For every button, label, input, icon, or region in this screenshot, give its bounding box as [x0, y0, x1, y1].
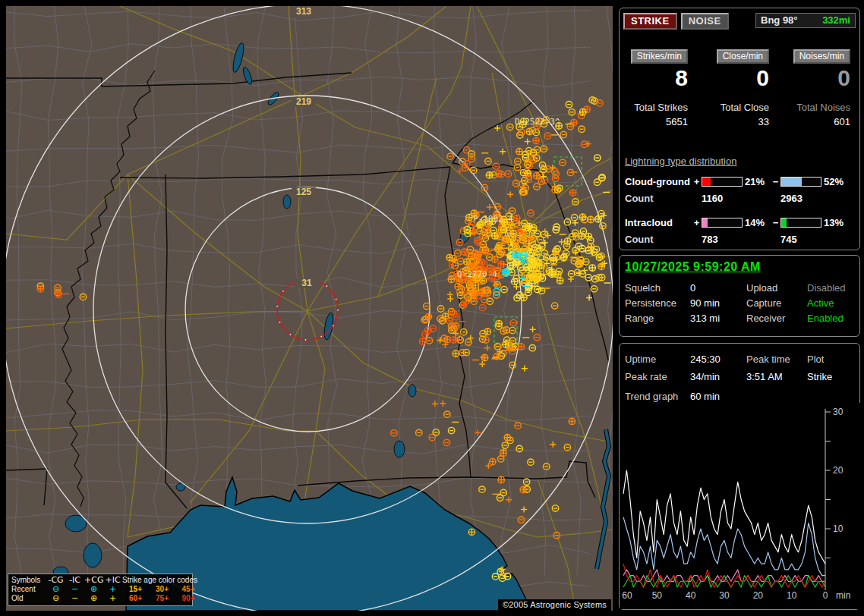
noises-per-min-button[interactable]: Noises/min — [793, 49, 850, 64]
strike-stats-box: STRIKE NOISE Bng 98° 332mi Strikes/min 8… — [619, 8, 860, 250]
minus-sign: − — [771, 176, 780, 187]
copyright-credit: ©2005 Astrogenic Systems — [498, 599, 611, 611]
legend-header-symbols: Symbols — [11, 576, 46, 585]
peak-time-label: Peak time — [746, 350, 807, 368]
svg-text:min: min — [836, 590, 850, 601]
age-code-15: 15+ — [122, 585, 149, 594]
map-legend: Symbols -CG -IC +CG +IC Strike age color… — [8, 574, 193, 606]
lightning-map[interactable]: 31321912531D-2522-3^P-1082-4Q-2770-4 Sym… — [6, 6, 613, 611]
trend-graph: 1020306050403020100min — [620, 403, 860, 609]
persistence-value: 90 min — [690, 296, 746, 311]
age-code-60: 60+ — [122, 594, 149, 603]
strikes-per-min-value: 8 — [620, 66, 688, 90]
age-code-45: 45+ — [175, 585, 201, 594]
svg-text:60: 60 — [622, 590, 632, 601]
map-canvas[interactable]: 31321912531D-2522-3^P-1082-4Q-2770-4 — [6, 6, 613, 611]
receiver-label: Receiver — [746, 311, 807, 326]
svg-text:219: 219 — [296, 96, 311, 107]
cloud-ground-count-row: Count 1160 2963 — [625, 193, 854, 204]
circle-plus-icon: ⊕ — [84, 594, 103, 603]
uptime-label: Uptime — [625, 350, 690, 368]
cloud-ground-label: Cloud-ground — [625, 176, 692, 187]
intracloud-label: Intracloud — [625, 217, 692, 228]
ic-minus-bar — [780, 218, 821, 228]
noises-per-min-value: 0 — [774, 66, 850, 90]
close-per-min-value: 0 — [693, 66, 769, 90]
status-box: 10/27/2025 9:59:20 AM Squelch 0 Upload D… — [619, 255, 860, 337]
squelch-label: Squelch — [625, 281, 690, 296]
ic-plus-bar-fill — [702, 218, 708, 227]
svg-text:0: 0 — [823, 590, 828, 601]
strike-mode-button[interactable]: STRIKE — [623, 13, 677, 30]
legend-row-old-label: Old — [11, 594, 46, 603]
ic-minus-percent: 13% — [821, 217, 847, 228]
close-per-min-button[interactable]: Close/min — [717, 49, 769, 64]
svg-text:20: 20 — [833, 465, 844, 476]
minus-icon: − — [65, 594, 84, 603]
cg-plus-bar — [702, 177, 743, 187]
plus-sign: + — [692, 176, 702, 187]
noise-mode-button[interactable]: NOISE — [681, 13, 729, 30]
ic-plus-count: 783 — [702, 234, 780, 245]
svg-text:313: 313 — [296, 6, 311, 17]
app-window: 31321912531D-2522-3^P-1082-4Q-2770-4 Sym… — [0, 0, 864, 616]
cg-minus-bar-fill — [781, 178, 802, 186]
range-label: Range — [625, 311, 690, 326]
svg-text:30: 30 — [719, 590, 730, 601]
total-strikes-label: Total Strikes — [620, 102, 688, 113]
peak-rate-value: 34/min — [690, 368, 746, 385]
trend-graph-label: Trend graph — [625, 391, 690, 402]
cg-minus-percent: 52% — [821, 176, 847, 187]
svg-text:31: 31 — [301, 278, 312, 288]
peak-rate-label: Peak rate — [625, 368, 690, 385]
age-code-75: 75+ — [149, 594, 175, 603]
minus-sign: − — [771, 217, 780, 228]
count-label: Count — [625, 234, 702, 245]
plot-value: Strike — [807, 368, 859, 385]
uptime-grid: Uptime 245:30 Peak time Plot Peak rate 3… — [625, 350, 859, 385]
upload-label: Upload — [746, 281, 807, 296]
total-strikes-value: 5651 — [620, 116, 688, 127]
ic-plus-percent: 14% — [743, 217, 771, 228]
strikes-per-min-button[interactable]: Strikes/min — [631, 49, 688, 64]
bearing-distance: 332mi — [822, 14, 850, 26]
persistence-label: Persistence — [625, 296, 690, 311]
cg-plus-percent: 21% — [743, 176, 771, 187]
svg-text:10: 10 — [833, 523, 844, 534]
rate-col-noises: Noises/min 0 Total Noises 601 — [774, 49, 856, 127]
svg-text:10: 10 — [787, 590, 797, 601]
plot-label: Plot — [807, 350, 859, 368]
cg-minus-count: 2963 — [780, 193, 854, 204]
mode-row: STRIKE NOISE Bng 98° 332mi — [620, 13, 859, 30]
cg-plus-bar-fill — [702, 178, 711, 186]
total-close-value: 33 — [693, 116, 769, 127]
bearing-readout: Bng 98° 332mi — [755, 13, 856, 28]
bearing-label: Bng 98° — [761, 14, 798, 26]
capture-status: Active — [807, 296, 859, 311]
lightning-distribution: Lightning type distribution Cloud-ground… — [620, 156, 859, 245]
age-code-30: 30+ — [149, 585, 175, 594]
total-noises-label: Total Noises — [774, 102, 850, 113]
capture-label: Capture — [746, 296, 807, 311]
age-code-90: 90+ — [175, 594, 201, 603]
trend-window-value: 60 min — [690, 391, 859, 402]
peak-time-value: 3:51 AM — [746, 368, 807, 385]
ic-minus-bar-fill — [781, 218, 787, 227]
distribution-title: Lightning type distribution — [625, 156, 854, 167]
svg-text:125: 125 — [296, 187, 311, 197]
rates-grid: Strikes/min 8 Total Strikes 5651 Close/m… — [620, 49, 859, 127]
uptime-value: 245:30 — [690, 350, 746, 368]
svg-text:Q-2770-4: Q-2770-4 — [457, 269, 497, 279]
cg-minus-bar — [780, 177, 821, 187]
svg-text:P-1082-4: P-1082-4 — [473, 214, 513, 224]
count-label: Count — [625, 193, 702, 204]
ic-plus-bar — [702, 218, 743, 228]
trend-graph-row: Trend graph 60 min — [625, 391, 859, 402]
rate-col-strikes: Strikes/min 8 Total Strikes 5651 — [620, 49, 693, 127]
total-noises-value: 601 — [774, 116, 850, 127]
datetime: 10/27/2025 9:59:20 AM — [625, 260, 761, 274]
svg-text:30: 30 — [833, 407, 844, 417]
ic-minus-count: 745 — [780, 234, 854, 245]
receiver-status: Enabled — [807, 311, 859, 326]
settings-grid: Squelch 0 Upload Disabled Persistence 90… — [625, 281, 859, 326]
